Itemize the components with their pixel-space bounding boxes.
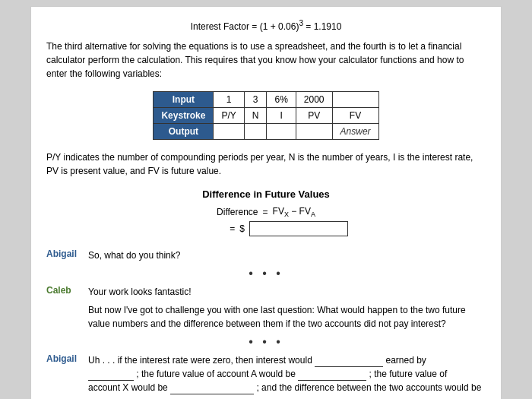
blank-2 <box>88 371 134 381</box>
chat-row-caleb-2: Caleb But now I've got to challenge you … <box>46 303 486 331</box>
diff-formula-text: FVX − FVA <box>273 206 315 218</box>
col-header-output: Output <box>154 124 214 140</box>
intro-text: The third alternative for solving the eq… <box>46 40 486 81</box>
chat-speaker-abigail-2: Abigail <box>46 353 88 399</box>
difference-section: Difference in Future Values Difference =… <box>46 188 486 236</box>
chat-row-caleb-1: Caleb Your work looks fantastic! <box>46 285 486 299</box>
py-note: P/Y indicates the number of compounding … <box>46 150 486 178</box>
dots-1: • • • <box>46 267 486 280</box>
blank-3 <box>298 371 366 381</box>
interest-factor-label: Interest Factor <box>191 21 249 32</box>
output-empty-1 <box>214 124 244 140</box>
col-header-input: Input <box>154 92 214 108</box>
interest-factor-line: Interest Factor = (1 + 0.06)3 = 1.1910 <box>46 19 486 32</box>
interest-factor-formula: (1 + 0.06)3 <box>260 21 306 32</box>
col-val-2000: 2000 <box>296 92 332 108</box>
keystroke-fv: FV <box>332 108 378 124</box>
table-header-row: Input 1 3 6% 2000 <box>154 92 378 108</box>
chat-text-abigail-2: Uh . . . if the interest rate were zero,… <box>88 353 486 399</box>
chat-text-caleb-1: Your work looks fantastic! <box>88 285 486 299</box>
output-empty-3 <box>267 124 296 140</box>
col-val-1: 1 <box>214 92 244 108</box>
output-empty-4 <box>296 124 332 140</box>
output-empty-2 <box>244 124 267 140</box>
chat-row-abigail-1: Abigail So, what do you think? <box>46 249 486 262</box>
diff-value-input[interactable] <box>249 221 348 236</box>
keystroke-pv: PV <box>296 108 332 124</box>
interest-factor-eq1: = <box>252 21 257 32</box>
col-val-empty <box>332 92 378 108</box>
col-val-3: 3 <box>244 92 267 108</box>
diff-label: Difference <box>217 207 258 217</box>
interest-factor-eq2: = <box>306 21 311 32</box>
diff-eq1: = <box>263 207 268 217</box>
interest-factor-value: 1.1910 <box>314 21 342 32</box>
col-header-keystroke: Keystroke <box>154 108 214 124</box>
diff-eq2: = <box>230 223 235 234</box>
diff-title: Difference in Future Values <box>46 188 486 200</box>
blank-1 <box>315 357 383 367</box>
keystroke-i: I <box>267 108 296 124</box>
diff-dollar: $ <box>239 223 245 234</box>
output-answer: Answer <box>332 124 378 140</box>
chat-text-abigail-1: So, what do you think? <box>88 249 486 262</box>
dots-2: • • • <box>46 335 486 349</box>
chat-speaker-abigail-1: Abigail <box>46 249 88 262</box>
diff-formula-row2: = $ <box>92 221 486 236</box>
chat-text-caleb-2: But now I've got to challenge you with o… <box>88 303 486 331</box>
col-val-6pct: 6% <box>267 92 296 108</box>
table-keystroke-row: Keystroke P/Y N I PV FV <box>154 108 378 124</box>
chat-row-abigail-2: Abigail Uh . . . if the interest rate we… <box>46 353 486 399</box>
blank-4 <box>170 385 254 394</box>
keystroke-py: P/Y <box>214 108 244 124</box>
chat-speaker-caleb-1: Caleb <box>46 285 88 299</box>
table-output-row: Output Answer <box>154 124 378 140</box>
chat-section: Abigail So, what do you think? • • • Cal… <box>46 249 486 399</box>
calculator-table: Input 1 3 6% 2000 Keystroke P/Y N I PV F… <box>153 91 378 140</box>
main-content: Interest Factor = (1 + 0.06)3 = 1.1910 T… <box>30 6 502 399</box>
keystroke-n: N <box>244 108 267 124</box>
diff-formula-row1: Difference = FVX − FVA <box>46 206 486 218</box>
